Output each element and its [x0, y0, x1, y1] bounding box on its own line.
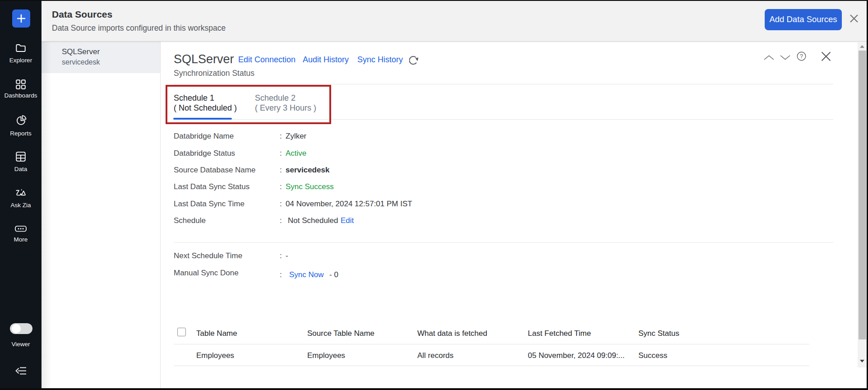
svg-text:?: ? [800, 53, 803, 60]
